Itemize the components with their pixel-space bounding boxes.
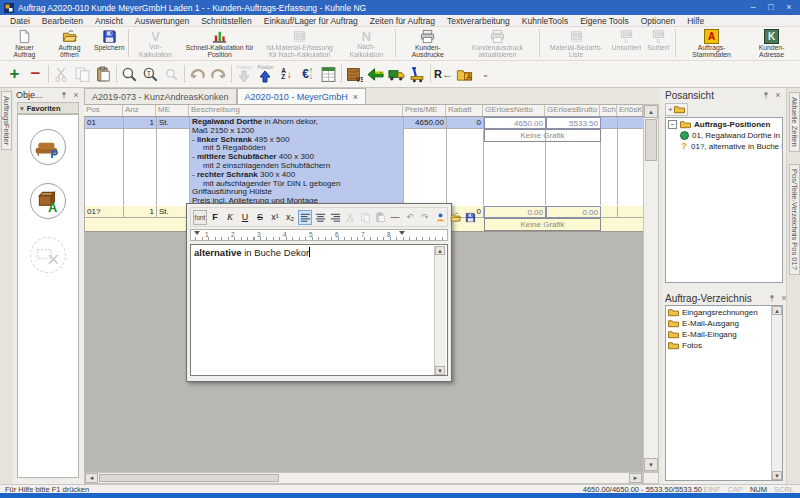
zoom-text-button[interactable]: T: [140, 64, 161, 85]
editor-undo-button[interactable]: ↶: [403, 210, 417, 225]
grid-row1-schl[interactable]: [601, 117, 618, 129]
quick-calc-sheet-button[interactable]: [318, 64, 339, 85]
column-header-anz[interactable]: Anz: [123, 105, 156, 116]
editor-font-name-button[interactable]: font: [193, 210, 207, 225]
grid-row1-rabatt[interactable]: 0: [447, 117, 484, 129]
grid-row2-erloes[interactable]: [618, 206, 644, 218]
vor-kalkulation-button[interactable]: VVor-Kalkulation: [131, 28, 179, 59]
menu-optionen[interactable]: Optionen: [635, 16, 682, 26]
close-icon[interactable]: ×: [71, 90, 81, 100]
menu-hilfe[interactable]: Hilfe: [681, 16, 710, 26]
editor-subscript-button[interactable]: x₂: [283, 210, 297, 225]
editor-superscript-button[interactable]: x¹: [268, 210, 282, 225]
remove-position-button[interactable]: −: [25, 64, 46, 85]
sort-a-z-button[interactable]: AZ↓: [276, 64, 297, 85]
pin-icon[interactable]: [767, 293, 777, 303]
position-up-button[interactable]: Position: [255, 64, 276, 85]
directory-scrollbar[interactable]: ▲ ▼: [771, 306, 782, 480]
editor-open-button[interactable]: [448, 210, 462, 225]
grid-row1-pos[interactable]: 01: [85, 117, 124, 129]
auftrags-stammdaten-button[interactable]: AAuftrags-Stammdaten: [678, 28, 745, 59]
tab-a2019-073[interactable]: A2019-073 - KunzAndreasKonken: [84, 88, 237, 104]
folder-item-e-mail-ausgang[interactable]: E-Mail-Ausgang: [666, 318, 782, 329]
indent-marker-left[interactable]: [194, 231, 200, 235]
cut-button[interactable]: [51, 64, 72, 85]
redo-button[interactable]: [208, 64, 229, 85]
add-position-button[interactable]: +: [4, 64, 25, 85]
column-header-gerloesbrutto[interactable]: GErloesBrutto: [545, 105, 600, 116]
tab-close-icon[interactable]: ×: [353, 92, 358, 102]
tree-root-auftrags-positionen[interactable]: − Auftrags-Positionen: [666, 118, 782, 130]
menu-eigene-tools[interactable]: Eigene Tools: [574, 16, 635, 26]
tree-item-01-regalwand-do[interactable]: 01, Regalwand Dorthe in Ahorn dekor: [666, 130, 782, 140]
editor-ruler[interactable]: 12345678: [190, 229, 448, 241]
favorite-furniture-p-button[interactable]: P: [30, 129, 66, 165]
auftrag-ffnen-button[interactable]: Auftrag öffnen: [47, 28, 92, 59]
column-header-beschreibung[interactable]: Beschreibung: [189, 105, 403, 116]
menu-auswertungen[interactable]: Auswertungen: [129, 16, 195, 26]
scroll-down-icon[interactable]: ▼: [772, 471, 782, 480]
r-back-button[interactable]: R←: [433, 64, 454, 85]
editor-scrollbar[interactable]: ▲ ▼: [434, 246, 446, 375]
grid-row1-anz[interactable]: 1: [124, 117, 157, 129]
grid-row2-schl[interactable]: [601, 206, 618, 218]
price-update-button[interactable]: €↑↓: [297, 64, 318, 85]
folder-item-eingangsrechnungen[interactable]: Eingangsrechnungen: [666, 307, 782, 318]
material-bedarfs-liste-button[interactable]: Material-Bedarfs-Liste: [542, 28, 609, 59]
pallet-jack-button[interactable]: [407, 64, 428, 85]
close-button[interactable]: ×: [782, 2, 796, 13]
toolbar-overflow-button[interactable]: ⌄: [475, 64, 496, 85]
scroll-left-icon[interactable]: ◄: [85, 473, 98, 483]
grid-row1-brutto[interactable]: 5533.50: [546, 117, 601, 129]
column-header-rabatt[interactable]: Rabatt: [446, 105, 483, 116]
scroll-down-icon[interactable]: ▼: [644, 458, 658, 471]
grid-row2-pos[interactable]: 01?: [85, 206, 124, 218]
minimize-button[interactable]: –: [746, 2, 760, 13]
eks-import-button[interactable]: EKS: [365, 64, 386, 85]
horizontal-scrollbar[interactable]: ◄ ►: [84, 472, 643, 484]
editor-italic-button[interactable]: K: [223, 210, 237, 225]
schnell-kalkulation-f-r-position-button[interactable]: Schnell-Kalkulation für Position: [180, 28, 260, 59]
maximize-button[interactable]: □: [764, 2, 778, 13]
speichern-button[interactable]: Speichern: [92, 28, 126, 59]
paste-button[interactable]: [93, 64, 114, 85]
editor-align-left-button[interactable]: [298, 210, 312, 225]
pin-icon[interactable]: [59, 90, 69, 100]
text-editor-window[interactable]: fontFKUSx¹x₂—↶↷ 12345678 alternative in …: [186, 203, 452, 382]
delivery-button[interactable]: [386, 64, 407, 85]
editor-scroll-down-icon[interactable]: ▼: [435, 366, 445, 375]
grid-row2-netto[interactable]: 0.00: [484, 206, 546, 218]
vertical-scrollbar[interactable]: ▲ ▼: [643, 104, 659, 472]
editor-underline-button[interactable]: U: [238, 210, 252, 225]
kunden-adresse-button[interactable]: KKunden-Adresse: [745, 28, 798, 59]
scroll-right-icon[interactable]: ►: [629, 473, 642, 483]
menu-schnittstellen[interactable]: Schnittstellen: [195, 16, 258, 26]
column-header-pos[interactable]: Pos: [84, 105, 123, 116]
horizontal-scroll-thumb[interactable]: [99, 474, 279, 482]
grid-row1-erloes[interactable]: [618, 117, 644, 129]
row1-description-cell[interactable]: Regalwand Dorthe in Ahorn dekor,Maß 2150…: [190, 117, 404, 205]
new-position-folder-button[interactable]: +: [665, 103, 688, 116]
editor-insert-image-button[interactable]: [433, 210, 447, 225]
editor-strikethrough-button[interactable]: S: [253, 210, 267, 225]
grid-row2-brutto[interactable]: 0.00: [546, 206, 601, 218]
pin-icon[interactable]: [761, 90, 771, 100]
editor-align-center-button[interactable]: [313, 210, 327, 225]
kundenausdruck-aktualisieren-button[interactable]: Kundenausdruck aktualisieren: [457, 28, 537, 59]
zoom-reset-button[interactable]: [161, 64, 182, 85]
editor-align-right-button[interactable]: [328, 210, 342, 225]
column-header-erl-skonto[interactable]: ErlösKonto: [617, 105, 643, 116]
menu-textverarbeitung[interactable]: Textverarbeitung: [441, 16, 516, 26]
column-header-schl[interactable]: Schl: [600, 105, 617, 116]
vertical-tab-aktuelle-zeiten[interactable]: Aktuelle Zeiten: [789, 92, 800, 152]
close-icon[interactable]: ×: [773, 90, 783, 100]
vertical-tab-auftragsfelder[interactable]: AuftragsFelder: [1, 91, 12, 150]
sortiert-button[interactable]: SSortiert: [643, 28, 673, 59]
menu-einkauf-lager-f-r-auftrag[interactable]: Einkauf/Lager für Auftrag: [258, 16, 364, 26]
position-down-button[interactable]: Position: [234, 64, 255, 85]
editor-save-button[interactable]: [463, 210, 477, 225]
editor-scroll-up-icon[interactable]: ▲: [435, 246, 445, 255]
grid-row1-netto[interactable]: 4650.00: [484, 117, 546, 129]
unsortiert-button[interactable]: UUnsortiert: [610, 28, 643, 59]
grid-row1-preis[interactable]: 4650.00: [404, 117, 447, 129]
